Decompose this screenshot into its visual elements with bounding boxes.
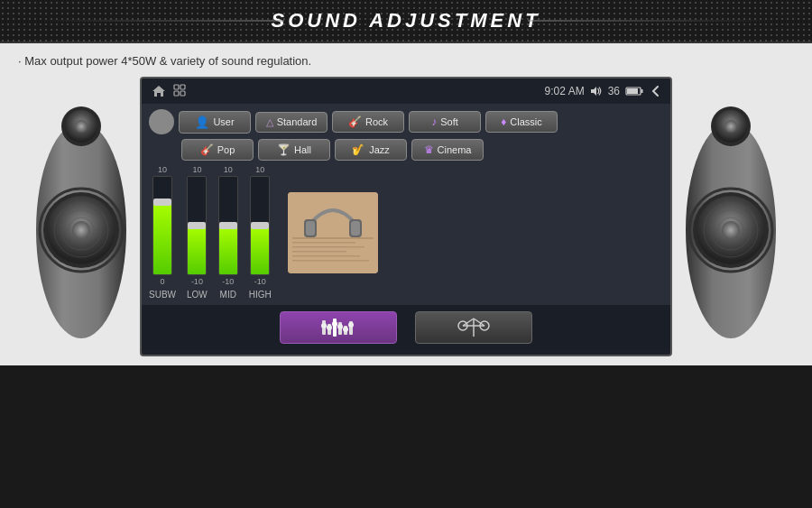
- slider-subw: 10 0 SUBW: [149, 165, 176, 300]
- speaker-left: [23, 77, 140, 356]
- svg-point-10: [75, 120, 88, 133]
- svg-marker-11: [152, 86, 165, 97]
- preset-cinema-btn[interactable]: ♛ Cinema: [411, 139, 484, 161]
- svg-marker-16: [591, 87, 596, 96]
- status-bar: 9:02 AM 36: [142, 79, 670, 104]
- preset-rock-label: Rock: [365, 116, 388, 127]
- svg-rect-26: [292, 260, 369, 262]
- subtitle-text: · Max output power 4*50W & variety of so…: [18, 54, 311, 68]
- svg-point-38: [327, 325, 332, 330]
- home-icon[interactable]: [151, 83, 167, 99]
- svg-rect-21: [292, 237, 374, 239]
- right-speaker-svg: [681, 90, 780, 343]
- eq-button[interactable]: [280, 311, 397, 344]
- preset-row-1: 👤 User △ Standard 🎸 Rock ♪ Soft: [149, 109, 663, 134]
- back-icon[interactable]: [649, 85, 661, 97]
- svg-rect-13: [180, 85, 185, 89]
- bottom-controls: [142, 305, 670, 350]
- slider-mid: 10 -10 MID: [218, 165, 238, 300]
- svg-rect-28: [306, 221, 315, 236]
- volume-level: 36: [608, 85, 620, 97]
- svg-point-39: [332, 321, 337, 327]
- slider-high: 10 -10 HIGH: [249, 165, 272, 300]
- battery-icon: [625, 86, 643, 97]
- preset-soft-btn[interactable]: ♪ Soft: [409, 111, 481, 133]
- preset-soft-label: Soft: [440, 116, 458, 127]
- preset-hall-btn[interactable]: 🍸 Hall: [258, 139, 330, 161]
- preset-jazz-btn[interactable]: 🎷 Jazz: [335, 139, 407, 161]
- right-panel: [288, 165, 378, 300]
- svg-point-56: [722, 221, 740, 239]
- eq-bars-icon: [320, 317, 356, 338]
- svg-rect-12: [174, 85, 179, 89]
- eq-content: 👤 User △ Standard 🎸 Rock ♪ Soft: [142, 104, 670, 305]
- svg-point-37: [321, 323, 327, 328]
- preset-jazz-label: Jazz: [369, 144, 390, 155]
- svg-rect-14: [174, 91, 179, 96]
- svg-point-41: [343, 327, 348, 332]
- slider-low-track[interactable]: [187, 176, 207, 275]
- svg-rect-30: [351, 221, 360, 236]
- preset-user-btn[interactable]: 👤 User: [179, 111, 251, 134]
- svg-rect-24: [292, 251, 346, 253]
- album-art-svg: [288, 192, 378, 273]
- preset-standard-label: Standard: [277, 116, 318, 127]
- preset-pop-label: Pop: [217, 144, 235, 155]
- left-speaker-svg: [32, 90, 131, 343]
- preset-cinema-label: Cinema: [438, 144, 472, 155]
- svg-point-59: [724, 120, 737, 133]
- svg-point-42: [348, 322, 354, 328]
- preset-classic-label: Classic: [510, 116, 541, 127]
- preset-user-label: User: [213, 116, 234, 127]
- content-area: · Max output power 4*50W & variety of so…: [0, 43, 812, 365]
- mode-indicator: [149, 109, 174, 134]
- android-screen: 9:02 AM 36: [140, 77, 672, 356]
- time-display: 9:02 AM: [545, 85, 585, 97]
- slider-mid-track[interactable]: [218, 176, 238, 275]
- balance-button[interactable]: [415, 311, 532, 344]
- preset-hall-label: Hall: [294, 144, 311, 155]
- svg-rect-18: [641, 89, 643, 93]
- sliders-container: 10 0 SUBW 10: [149, 165, 272, 300]
- grid-icon[interactable]: [172, 83, 189, 99]
- svg-rect-22: [292, 242, 355, 244]
- preset-classic-btn[interactable]: ♦ Classic: [485, 111, 558, 133]
- svg-rect-25: [292, 255, 360, 257]
- screen-wrapper: 9:02 AM 36: [18, 77, 794, 356]
- svg-rect-19: [627, 88, 638, 94]
- preset-row-2: 🎸 Pop 🍸 Hall 🎷 Jazz ♛ Cinema: [149, 139, 663, 161]
- eq-main-area: 10 0 SUBW 10: [149, 165, 663, 300]
- volume-icon: [590, 86, 603, 97]
- speaker-right: [672, 77, 789, 356]
- preset-pop-btn[interactable]: 🎸 Pop: [181, 139, 254, 161]
- status-icons-right: 9:02 AM 36: [545, 85, 661, 97]
- preset-standard-btn[interactable]: △ Standard: [255, 112, 328, 133]
- balance-icon: [457, 317, 490, 338]
- title-bar: SOUND ADJUSTMENT: [0, 0, 812, 43]
- svg-rect-15: [180, 91, 185, 96]
- page-title: SOUND ADJUSTMENT: [271, 9, 540, 32]
- preset-rock-btn[interactable]: 🎸 Rock: [332, 111, 404, 133]
- album-art: [288, 192, 378, 273]
- slider-subw-track[interactable]: [152, 176, 172, 275]
- slider-low: 10 -10 LOW: [187, 165, 208, 300]
- svg-point-7: [72, 221, 90, 239]
- status-icons-left: [151, 83, 189, 99]
- slider-high-track[interactable]: [250, 176, 270, 275]
- svg-rect-23: [292, 246, 364, 248]
- svg-point-40: [337, 324, 343, 329]
